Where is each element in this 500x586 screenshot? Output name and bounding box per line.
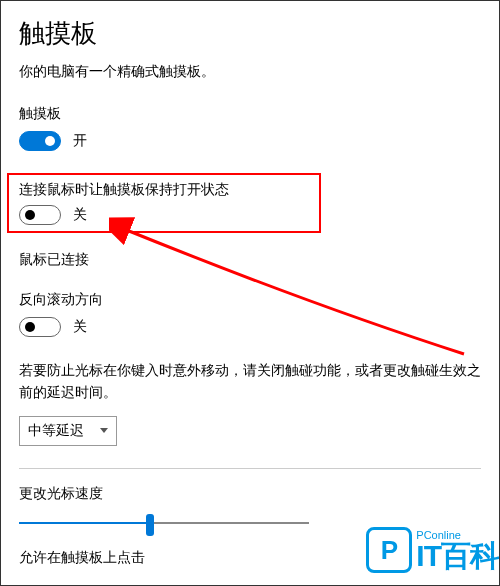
mouse-connected-status: 鼠标已连接 [19,251,481,269]
watermark-big: IT百科 [416,541,499,571]
setting-touchpad: 触摸板 开 [19,105,481,151]
watermark: P PConline IT百科 [366,527,499,573]
prevent-cursor-help: 若要防止光标在你键入时意外移动，请关闭触碰功能，或者更改触碰生效之前的延迟时间。 [19,359,481,404]
touchpad-label: 触摸板 [19,105,481,123]
keep-on-mouse-state: 关 [73,206,87,224]
section-divider [19,468,481,469]
reverse-scroll-toggle[interactable] [19,317,61,337]
touchpad-toggle[interactable] [19,131,61,151]
watermark-logo: P [366,527,412,573]
highlighted-setting: 连接鼠标时让触摸板保持打开状态 关 [7,173,321,233]
page-subtitle: 你的电脑有一个精确式触摸板。 [19,63,481,81]
cursor-speed-slider[interactable] [19,511,309,535]
reverse-scroll-state: 关 [73,318,87,336]
cursor-speed-label: 更改光标速度 [19,485,481,503]
reverse-scroll-label: 反向滚动方向 [19,291,481,309]
keep-on-mouse-label: 连接鼠标时让触摸板保持打开状态 [19,181,309,199]
delay-dropdown-value: 中等延迟 [28,422,84,440]
delay-dropdown[interactable]: 中等延迟 [19,416,117,446]
setting-reverse-scroll: 反向滚动方向 关 [19,291,481,337]
slider-thumb[interactable] [146,514,154,536]
touchpad-state: 开 [73,132,87,150]
chevron-down-icon [100,428,108,433]
keep-on-mouse-toggle[interactable] [19,205,61,225]
page-title: 触摸板 [19,16,481,51]
